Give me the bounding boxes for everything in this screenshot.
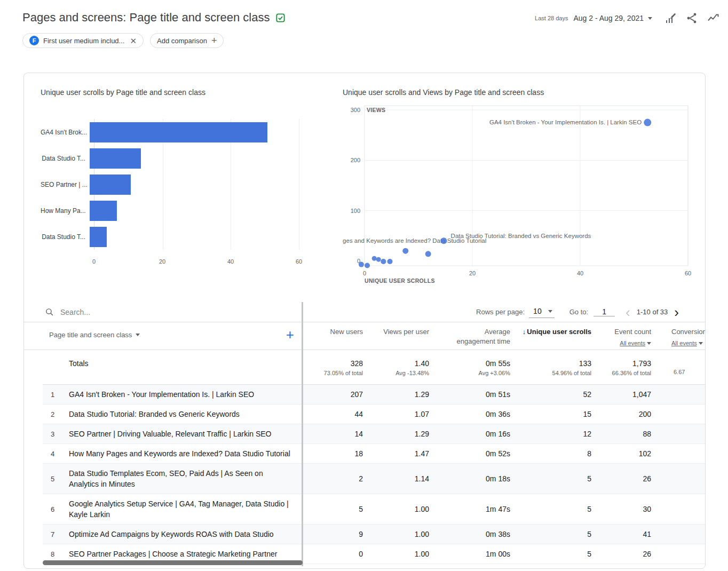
scatter-point[interactable] <box>644 119 651 126</box>
column-header-unique-user-scrolls[interactable]: ↓Unique user scrolls <box>510 327 591 337</box>
conversion-filter-dropdown[interactable]: All events <box>671 338 705 348</box>
row-number: 2 <box>51 410 69 418</box>
bar-track <box>90 175 295 195</box>
bar-chart-rows: GA4 Isn't Brok...Data Studio T...SEO Par… <box>41 119 329 250</box>
bar[interactable] <box>90 122 267 142</box>
column-header-conversions[interactable]: Conversions All events <box>651 327 705 348</box>
rows-per-page-select[interactable]: 10 <box>529 306 555 318</box>
bar-chart-title: Unique user scrolls by Page title and sc… <box>41 88 329 97</box>
scatter-point[interactable] <box>372 256 377 261</box>
report-card: Unique user scrolls by Page title and sc… <box>23 73 706 569</box>
new-users-cell: 9 <box>303 530 363 538</box>
report-header: Pages and screens: Page title and screen… <box>0 0 728 25</box>
event-count-cell: 102 <box>591 449 651 458</box>
previous-page-icon[interactable]: ‹ <box>621 307 635 318</box>
totals-conversions: 6.67 <box>651 359 705 375</box>
next-page-icon[interactable]: › <box>670 307 683 318</box>
table-row[interactable]: 6Google Analytics Setup Service | GA4, T… <box>43 494 705 525</box>
bar-category-label: GA4 Isn't Brok... <box>41 129 90 136</box>
bar[interactable] <box>90 201 117 221</box>
scatter-y-axis-label: VIEWS <box>367 107 385 113</box>
scatter-x-tick-label: 20 <box>469 270 476 276</box>
row-number: 1 <box>51 391 69 399</box>
comparison-chips-row: F First user medium includ... ✕ Add comp… <box>22 33 728 48</box>
totals-unique-user-scrolls: 13354.96% of total <box>510 359 591 376</box>
column-header-event-count[interactable]: Event count All events <box>591 327 651 348</box>
unique-user-scrolls-cell: 5 <box>510 505 591 513</box>
bar-axis-tick-label: 60 <box>296 258 302 265</box>
page-title-cell: Google Analytics Setup Service | GA4, Ta… <box>69 494 293 524</box>
horizontal-scrollbar[interactable] <box>43 560 303 565</box>
scatter-x-tick-label: 60 <box>685 270 691 276</box>
insights-icon[interactable] <box>707 12 719 25</box>
data-quality-check-icon[interactable] <box>275 13 286 23</box>
column-header-views-per-user[interactable]: Views per user <box>363 327 429 337</box>
column-header-page-title[interactable]: Page title and screen class + <box>43 327 302 340</box>
bar-row: GA4 Isn't Brok... <box>41 119 329 145</box>
bar[interactable] <box>90 227 107 247</box>
scatter-point[interactable] <box>425 251 431 257</box>
share-icon[interactable] <box>685 12 698 25</box>
column-header-avg-engagement-time[interactable]: Average engagement time <box>429 327 510 346</box>
table-row[interactable]: 2Data Studio Tutorial: Branded vs Generi… <box>43 405 705 424</box>
avg-engagement-time-cell: 0m 52s <box>429 449 510 458</box>
new-users-cell: 0 <box>303 550 363 558</box>
views-per-user-cell: 1.00 <box>363 530 429 538</box>
bar-category-label: How Many Pa... <box>41 207 90 215</box>
table-row[interactable]: 5Data Studio Templates Ecom, SEO, Paid A… <box>43 464 705 494</box>
totals-event-count: 1,79366.36% of total <box>591 359 651 376</box>
goto-page-input[interactable] <box>594 307 615 316</box>
table-header-row: Page title and screen class + New users … <box>24 322 705 350</box>
filter-chip-first-user-medium[interactable]: F First user medium includ... ✕ <box>22 33 144 48</box>
add-column-button[interactable]: + <box>286 329 294 340</box>
scatter-point[interactable] <box>359 262 364 267</box>
totals-row: Totals 32873.05% of total 1.40Avg -13.48… <box>43 350 705 385</box>
chevron-down-icon <box>648 17 652 20</box>
filter-chip-avatar: F <box>29 36 39 45</box>
new-users-cell: 44 <box>303 410 363 418</box>
bar-category-label: SEO Partner | ... <box>41 181 90 188</box>
filter-chip-label: First user medium includ... <box>43 37 124 45</box>
event-count-cell: 30 <box>591 505 651 513</box>
chevron-down-icon <box>647 342 651 345</box>
table-row[interactable]: 1GA4 Isn't Broken - Your Implementation … <box>43 385 705 405</box>
bar[interactable] <box>90 175 131 195</box>
page-title-cell: Data Studio Tutorial: Branded vs Generic… <box>69 405 240 424</box>
customize-report-icon[interactable] <box>664 12 677 25</box>
new-users-cell: 207 <box>303 390 363 399</box>
close-icon[interactable]: ✕ <box>129 37 137 45</box>
scatter-point[interactable] <box>365 263 370 268</box>
add-comparison-label: Add comparison <box>157 37 207 45</box>
row-number: 6 <box>51 505 69 513</box>
bar-track <box>90 227 295 247</box>
unique-user-scrolls-cell: 12 <box>510 430 591 438</box>
date-range-selector[interactable]: Aug 2 - Aug 29, 2021 <box>573 14 652 22</box>
chevron-down-icon <box>136 334 140 336</box>
page-title-cell: How Many Pages and Keywords are Indexed?… <box>69 444 290 463</box>
bar[interactable] <box>90 148 141 169</box>
event-count-cell: 41 <box>591 530 651 538</box>
scatter-point[interactable] <box>376 257 381 262</box>
scatter-y-tick-label: 300 <box>351 107 360 113</box>
scatter-point[interactable] <box>387 259 392 264</box>
scatter-point[interactable] <box>402 248 408 254</box>
event-count-cell: 1,047 <box>591 390 651 399</box>
column-header-new-users[interactable]: New users <box>303 327 363 337</box>
page-title-cell: Data Studio Templates Ecom, SEO, Paid Ad… <box>69 464 293 494</box>
add-comparison-button[interactable]: Add comparison + <box>150 33 224 48</box>
table-pagination-controls: Rows per page: 10 Go to: ‹ 1-10 of 33 › <box>476 306 683 318</box>
table-row[interactable]: 3SEO Partner | Driving Valuable, Relevan… <box>43 424 705 444</box>
scatter-point[interactable] <box>381 259 386 264</box>
data-table-section: Rows per page: 10 Go to: ‹ 1-10 of 33 › … <box>24 302 705 566</box>
search-input[interactable] <box>60 308 178 316</box>
table-row[interactable]: 4How Many Pages and Keywords are Indexed… <box>43 444 705 464</box>
column-resize-divider[interactable] <box>302 302 303 566</box>
table-row[interactable]: 7Optimize Ad Campaigns by Keywords ROAS … <box>43 525 705 544</box>
totals-new-users: 32873.05% of total <box>303 359 363 376</box>
avg-engagement-time-cell: 1m 00s <box>429 550 510 558</box>
views-per-user-cell: 1.00 <box>363 550 429 558</box>
scatter-point[interactable] <box>440 237 447 244</box>
table-toolbar: Rows per page: 10 Go to: ‹ 1-10 of 33 › <box>24 302 705 322</box>
event-filter-dropdown[interactable]: All events <box>591 338 651 348</box>
plus-icon: + <box>211 36 217 45</box>
